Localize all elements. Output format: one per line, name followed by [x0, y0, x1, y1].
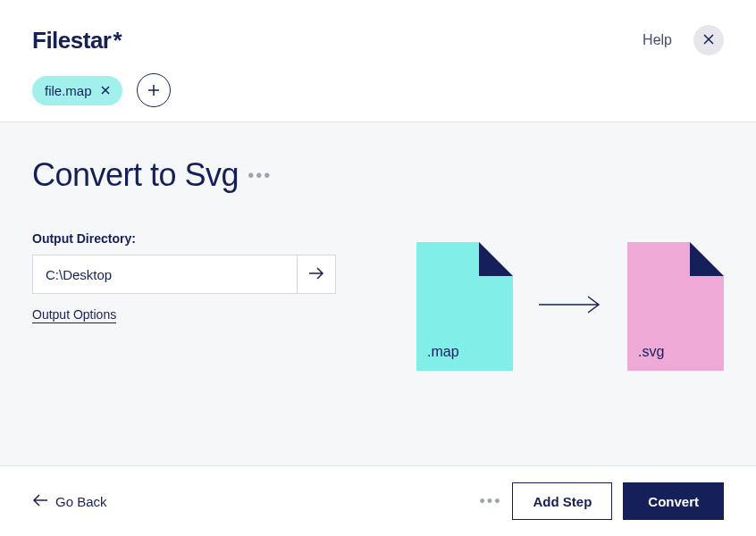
- ellipsis-icon: •••: [480, 492, 502, 510]
- go-back-button[interactable]: Go Back: [32, 494, 107, 509]
- source-file-ext: .map: [427, 344, 459, 360]
- go-back-label: Go Back: [55, 494, 107, 509]
- file-chip-remove-icon[interactable]: [101, 83, 110, 97]
- plus-icon: [147, 80, 160, 101]
- main-right-column: .map .svg: [390, 156, 724, 431]
- close-button[interactable]: [693, 25, 724, 55]
- header: Filestar* Help file.map: [0, 0, 756, 122]
- conversion-diagram: .map .svg: [416, 242, 724, 371]
- output-dir-label: Output Directory:: [32, 231, 336, 246]
- arrow-right-icon: [538, 296, 602, 317]
- output-dir-input-group: [32, 255, 336, 294]
- convert-button[interactable]: Convert: [623, 482, 724, 520]
- footer-more-button[interactable]: •••: [480, 492, 502, 511]
- browse-button[interactable]: [297, 255, 336, 294]
- ellipsis-icon: •••: [248, 165, 272, 185]
- header-right: Help: [643, 25, 724, 55]
- close-icon: [703, 32, 714, 48]
- target-file-icon: .svg: [627, 242, 724, 371]
- title-more-button[interactable]: •••: [248, 165, 272, 186]
- main-content: Convert to Svg ••• Output Directory: Out…: [0, 122, 756, 465]
- main-left-column: Convert to Svg ••• Output Directory: Out…: [32, 156, 336, 431]
- logo-text: Filestar: [32, 27, 112, 54]
- arrow-left-icon: [32, 494, 48, 509]
- footer-right: ••• Add Step Convert: [480, 482, 724, 520]
- logo-asterisk: *: [113, 27, 122, 54]
- add-file-button[interactable]: [137, 73, 171, 107]
- page-title-row: Convert to Svg •••: [32, 156, 336, 194]
- help-link[interactable]: Help: [643, 32, 672, 48]
- page-title: Convert to Svg: [32, 156, 239, 194]
- arrow-right-icon: [308, 267, 324, 282]
- output-dir-input[interactable]: [32, 255, 297, 294]
- app-logo: Filestar*: [32, 27, 122, 54]
- source-file-icon: .map: [416, 242, 513, 371]
- file-fold-icon: [479, 242, 513, 276]
- file-chip-label: file.map: [45, 83, 92, 98]
- target-file-ext: .svg: [638, 344, 664, 360]
- add-step-button[interactable]: Add Step: [512, 482, 612, 520]
- file-fold-icon: [690, 242, 724, 276]
- file-chip[interactable]: file.map: [32, 76, 122, 105]
- output-options-link[interactable]: Output Options: [32, 307, 116, 323]
- footer: Go Back ••• Add Step Convert: [0, 465, 756, 536]
- header-top-row: Filestar* Help: [32, 25, 724, 55]
- file-chip-row: file.map: [32, 73, 724, 107]
